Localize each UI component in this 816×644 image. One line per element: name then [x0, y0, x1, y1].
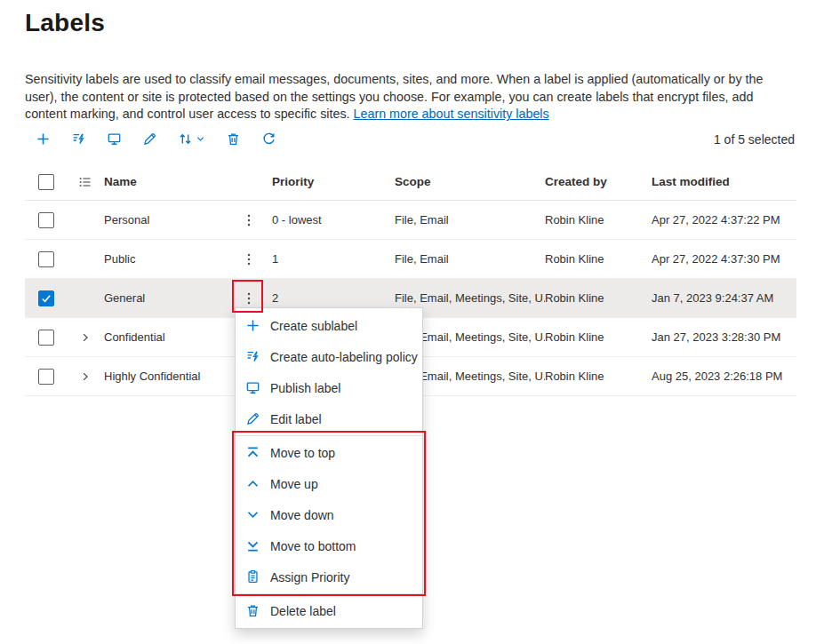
- page-title: Labels: [25, 9, 105, 37]
- move-up-icon: [245, 476, 260, 491]
- publish-label-button[interactable]: [96, 125, 132, 154]
- column-header-created-by[interactable]: Created by: [545, 175, 652, 188]
- expand-chevron-icon[interactable]: [79, 331, 92, 344]
- plus-icon: [245, 318, 260, 333]
- menu-item-publish-label[interactable]: Publish label: [236, 372, 422, 403]
- toolbar-buttons: [25, 125, 286, 154]
- more-vertical-icon: [242, 291, 256, 306]
- delete-icon: [226, 131, 241, 147]
- checkmark-icon: [40, 292, 52, 305]
- menu-item-create-sublabel[interactable]: Create sublabel: [236, 310, 422, 341]
- create-auto-labeling-policy-button[interactable]: [60, 125, 96, 154]
- edit-label-button[interactable]: [132, 125, 167, 154]
- select-all-checkbox[interactable]: [38, 174, 54, 190]
- menu-item-label: Move down: [270, 508, 334, 522]
- menu-item-move-down[interactable]: Move down: [236, 499, 422, 530]
- menu-item-label: Move to bottom: [270, 539, 356, 553]
- cell-last-modified: Jan 7, 2023 9:24:37 AM: [652, 291, 796, 305]
- cell-scope: File, Email: [395, 213, 545, 227]
- cell-created-by: Robin Kline: [545, 252, 652, 266]
- menu-item-label: Publish label: [270, 381, 340, 395]
- column-header-name[interactable]: Name: [104, 175, 235, 188]
- more-actions-button[interactable]: [235, 245, 262, 273]
- chevron-down-icon: [196, 134, 205, 144]
- refresh-icon: [261, 131, 276, 147]
- menu-item-move-up[interactable]: Move up: [236, 468, 422, 499]
- list-icon: [78, 175, 92, 189]
- publish-icon: [245, 380, 260, 395]
- sort-button[interactable]: [167, 125, 215, 154]
- cell-priority: 2: [272, 291, 395, 305]
- menu-item-label: Create auto-labeling policy: [270, 350, 418, 364]
- expand-chevron-icon[interactable]: [79, 370, 92, 383]
- row-checkbox-public[interactable]: [38, 251, 54, 267]
- cell-last-modified: Jan 27, 2023 3:28:30 PM: [652, 330, 796, 344]
- toolbar: 1 of 5 selected: [25, 124, 795, 154]
- menu-item-assign-priority[interactable]: Assign Priority: [236, 561, 422, 592]
- page-description: Sensitivity labels are used to classify …: [25, 71, 795, 123]
- menu-divider: [236, 435, 422, 436]
- delete-label-button[interactable]: [215, 125, 251, 154]
- label-name: General: [104, 291, 235, 305]
- menu-item-delete-label[interactable]: Delete label: [236, 595, 422, 626]
- auto-label-icon: [245, 349, 260, 364]
- label-name: Personal: [104, 213, 235, 227]
- row-checkbox-highly-confidential[interactable]: [38, 369, 54, 385]
- column-header-last-modified[interactable]: Last modified: [652, 175, 796, 188]
- row-checkbox-confidential[interactable]: [38, 330, 54, 346]
- more-vertical-icon: [242, 213, 256, 227]
- more-vertical-icon: [242, 252, 256, 266]
- move-to-top-icon: [245, 445, 260, 460]
- menu-item-move-to-bottom[interactable]: Move to bottom: [236, 530, 422, 561]
- menu-divider: [236, 593, 422, 594]
- row-checkbox-general[interactable]: [38, 290, 54, 306]
- menu-item-create-auto-labeling-policy[interactable]: Create auto-labeling policy: [236, 341, 422, 372]
- column-header-priority[interactable]: Priority: [272, 175, 395, 188]
- learn-more-link[interactable]: Learn more about sensitivity labels: [354, 107, 549, 121]
- edit-icon: [142, 131, 157, 147]
- table-row-public[interactable]: Public1File, EmailRobin KlineApr 27, 202…: [25, 240, 796, 279]
- edit-icon: [245, 411, 260, 426]
- menu-item-label: Edit label: [270, 412, 322, 426]
- context-menu: Create sublabelCreate auto-labeling poli…: [235, 307, 423, 629]
- row-checkbox-personal[interactable]: [38, 212, 54, 228]
- add-label-button[interactable]: [25, 125, 60, 154]
- cell-last-modified: Aug 25, 2023 2:26:18 PM: [652, 370, 796, 383]
- publish-icon: [107, 131, 122, 147]
- menu-item-label: Move to top: [270, 446, 335, 460]
- cell-created-by: Robin Kline: [545, 291, 652, 305]
- cell-created-by: Robin Kline: [545, 330, 652, 344]
- refresh-button[interactable]: [251, 125, 286, 154]
- cell-created-by: Robin Kline: [545, 370, 652, 383]
- auto-label-icon: [71, 131, 86, 147]
- delete-icon: [245, 603, 260, 618]
- more-actions-button[interactable]: [235, 206, 262, 234]
- cell-priority: 0 - lowest: [272, 213, 395, 227]
- label-name: Highly Confidential: [104, 370, 235, 383]
- cell-priority: 1: [272, 252, 395, 266]
- table-header-row: Name Priority Scope Created by Last modi…: [25, 163, 796, 201]
- menu-item-label: Create sublabel: [270, 319, 357, 333]
- move-to-bottom-icon: [245, 538, 260, 553]
- cell-created-by: Robin Kline: [545, 213, 652, 227]
- cell-scope: File, Email: [395, 252, 545, 266]
- column-header-scope[interactable]: Scope: [395, 175, 545, 188]
- label-name: Public: [104, 252, 235, 266]
- cell-scope: File, Email, Meetings, Site, U...: [395, 291, 545, 305]
- cell-last-modified: Apr 27, 2022 4:37:30 PM: [652, 252, 796, 266]
- menu-item-label: Assign Priority: [270, 570, 349, 584]
- sensitivity-labels-page: Labels Sensitivity labels are used to cl…: [0, 0, 816, 644]
- table-row-personal[interactable]: Personal0 - lowestFile, EmailRobin Kline…: [25, 201, 796, 240]
- menu-item-edit-label[interactable]: Edit label: [236, 403, 422, 434]
- move-down-icon: [245, 507, 260, 522]
- label-name: Confidential: [104, 330, 235, 344]
- menu-item-label: Delete label: [270, 604, 336, 618]
- menu-item-label: Move up: [270, 477, 318, 491]
- plus-icon: [36, 131, 51, 147]
- selection-status: 1 of 5 selected: [714, 132, 795, 147]
- cell-last-modified: Apr 27, 2022 4:37:22 PM: [652, 213, 796, 227]
- assign-priority-icon: [245, 569, 260, 584]
- menu-item-move-to-top[interactable]: Move to top: [236, 437, 422, 468]
- sort-icon: [178, 131, 193, 147]
